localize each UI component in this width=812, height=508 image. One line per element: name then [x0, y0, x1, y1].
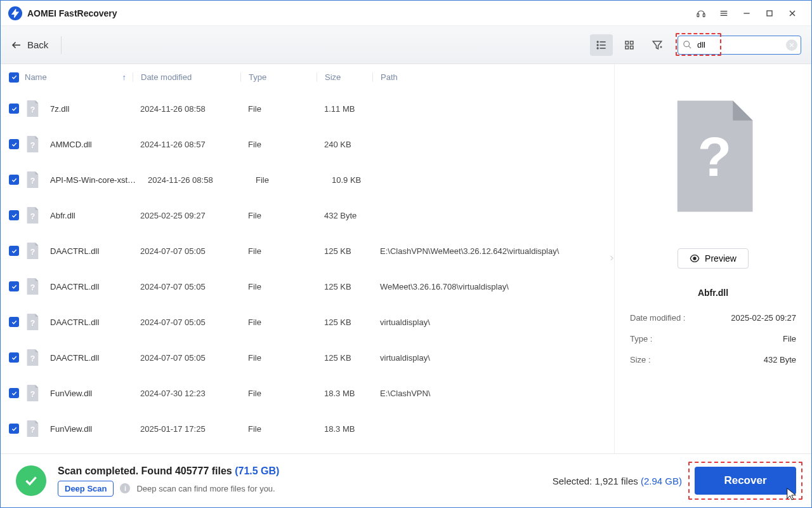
row-checkbox[interactable]: [9, 281, 19, 291]
search-icon: [683, 40, 692, 51]
row-checkbox[interactable]: [9, 104, 19, 114]
table-row[interactable]: ?API-MS-Win-core-xstate-...2024-11-26 08…: [1, 162, 614, 197]
file-path: virtualdisplay\: [372, 318, 610, 327]
file-name: AMMCD.dll: [50, 140, 92, 149]
table-row[interactable]: ?DAACTRL.dll2024-07-07 05:05File125 KBWe…: [1, 269, 614, 304]
list-header: Name↑ Date modified Type Size Path: [1, 64, 614, 91]
file-size: 125 KB: [317, 353, 372, 363]
meta-date: Date modified :2025-02-25 09:27: [630, 313, 796, 323]
collapse-preview-handle[interactable]: [608, 253, 615, 265]
svg-point-38: [693, 257, 696, 260]
row-checkbox[interactable]: [9, 424, 19, 434]
file-name: Abfr.dll: [50, 211, 75, 220]
svg-rect-17: [631, 41, 634, 44]
file-type: File: [240, 318, 317, 327]
row-checkbox[interactable]: [9, 352, 19, 363]
svg-rect-19: [631, 46, 634, 49]
file-type: File: [248, 175, 324, 185]
row-checkbox[interactable]: [9, 210, 19, 220]
file-date: 2024-07-07 05:05: [133, 282, 240, 291]
svg-point-14: [597, 48, 598, 49]
column-size[interactable]: Size: [317, 72, 372, 82]
rows-container[interactable]: ?7z.dll2024-11-26 08:58File1.11 MB?AMMCD…: [1, 91, 614, 453]
svg-line-24: [688, 46, 691, 48]
filter-button[interactable]: [646, 34, 669, 56]
file-type: File: [240, 246, 317, 256]
meta-size: Size :432 Byte: [630, 355, 796, 364]
file-size: 125 KB: [317, 282, 372, 291]
file-date: 2024-11-26 08:57: [133, 140, 240, 149]
svg-point-23: [684, 41, 690, 46]
select-all-checkbox[interactable]: [9, 72, 19, 83]
status-ok-icon: [16, 465, 46, 496]
file-name: FunView.dll: [50, 424, 92, 434]
close-button[interactable]: [781, 2, 804, 25]
selected-text: Selected: 1,921 files (2.94 GB): [553, 476, 682, 486]
footer: Scan completed. Found 405777 files (71.5…: [1, 453, 811, 507]
file-type: File: [240, 104, 317, 114]
file-list: Name↑ Date modified Type Size Path ?7z.d…: [1, 64, 615, 453]
preview-button[interactable]: Preview: [678, 248, 749, 269]
back-button[interactable]: Back: [11, 36, 62, 54]
row-checkbox[interactable]: [9, 317, 19, 327]
file-size: 432 Byte: [317, 211, 372, 220]
table-row[interactable]: ?DAACTRL.dll2024-07-07 05:05File125 KBvi…: [1, 340, 614, 375]
file-date: 2024-07-07 05:05: [133, 318, 240, 327]
deep-scan-button[interactable]: Deep Scan: [58, 481, 114, 497]
table-row[interactable]: ?DAACTRL.dll2024-07-07 05:05File125 KBvi…: [1, 304, 614, 340]
support-icon[interactable]: [690, 2, 712, 25]
table-row[interactable]: ?Abfr.dll2025-02-25 09:27File432 Byte: [1, 197, 614, 233]
menu-icon[interactable]: [712, 2, 735, 25]
file-size: 125 KB: [317, 246, 372, 256]
table-row[interactable]: ?FunView.dll2024-07-30 12:23File18.3 MBE…: [1, 375, 614, 411]
app-logo: [8, 6, 22, 20]
table-row[interactable]: ?DAACTRL.dll2024-07-07 05:05File125 KBE:…: [1, 233, 614, 269]
svg-text:?: ?: [30, 105, 35, 114]
content: Name↑ Date modified Type Size Path ?7z.d…: [1, 64, 811, 453]
search-input[interactable]: [678, 36, 801, 55]
app-title: AOMEI FastRecovery: [27, 8, 117, 18]
view-list-button[interactable]: [590, 34, 613, 56]
file-type: File: [240, 353, 317, 363]
column-name[interactable]: Name↑: [23, 72, 133, 82]
file-name: API-MS-Win-core-xstate-...: [50, 175, 140, 185]
titlebar: AOMEI FastRecovery: [1, 1, 811, 26]
status-text: Scan completed. Found 405777 files (71.5…: [58, 465, 279, 497]
file-date: 2024-07-07 05:05: [133, 246, 240, 256]
file-size: 10.9 KB: [324, 175, 380, 185]
file-path: WeMeet\3.26.16.708\virtualdisplay\: [372, 282, 610, 291]
file-date: 2024-07-30 12:23: [133, 389, 240, 398]
table-row[interactable]: ?AMMCD.dll2024-11-26 08:57File240 KB: [1, 126, 614, 162]
minimize-button[interactable]: [735, 2, 758, 25]
svg-point-12: [597, 44, 598, 46]
recover-button[interactable]: Recover: [695, 467, 796, 495]
svg-text:?: ?: [30, 212, 35, 221]
column-path[interactable]: Path: [372, 72, 610, 82]
file-path: E:\ClashVPN\WeMeet\3.26.12.642\virtualdi…: [372, 246, 610, 256]
svg-text:?: ?: [30, 177, 35, 185]
column-date[interactable]: Date modified: [133, 72, 240, 82]
svg-text:?: ?: [30, 425, 35, 434]
table-row[interactable]: ?7z.dll2024-11-26 08:58File1.11 MB: [1, 91, 614, 126]
row-checkbox[interactable]: [9, 175, 19, 185]
row-checkbox[interactable]: [9, 388, 19, 398]
row-checkbox[interactable]: [9, 246, 19, 256]
view-grid-button[interactable]: [618, 34, 641, 56]
svg-marker-20: [653, 41, 662, 49]
preview-thumbnail: ?: [665, 96, 761, 217]
column-type[interactable]: Type: [240, 72, 317, 82]
svg-rect-18: [625, 46, 629, 49]
clear-search-button[interactable]: [786, 39, 797, 51]
preview-button-label: Preview: [705, 253, 737, 264]
search-wrap: [678, 36, 801, 55]
table-row[interactable]: ?FunView.dll2025-01-17 17:25File18.3 MB: [1, 411, 614, 446]
status-prefix: Scan completed. Found 405777 files: [58, 465, 235, 476]
file-type: File: [240, 140, 317, 149]
maximize-button[interactable]: [758, 2, 781, 25]
file-date: 2025-01-17 17:25: [133, 424, 240, 434]
svg-rect-6: [767, 11, 772, 16]
status-size: (71.5 GB): [235, 465, 279, 476]
row-checkbox[interactable]: [9, 139, 19, 149]
file-name: FunView.dll: [50, 389, 92, 398]
svg-text:?: ?: [698, 126, 731, 188]
